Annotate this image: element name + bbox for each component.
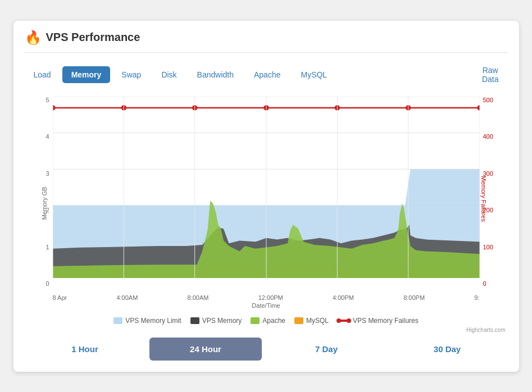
tab-memory[interactable]: Memory <box>62 66 111 83</box>
x-axis: 8 Apr 4:00AM 8:00AM 12:00PM 4:00PM 8:00P… <box>53 294 480 301</box>
legend-vps-memory: VPS Memory <box>190 317 242 325</box>
tab-apache[interactable]: Apache <box>245 66 289 83</box>
app-icon: 🔥 <box>25 30 40 45</box>
legend-vps-memory-limit: VPS Memory Limit <box>113 317 181 325</box>
btn-7day[interactable]: 7 Day <box>270 338 383 361</box>
tab-load[interactable]: Load <box>25 66 60 83</box>
legend-vps-memory-failures: VPS Memory Failures <box>338 317 419 325</box>
time-buttons: 1 Hour 24 Hour 7 Day 30 Day <box>25 338 508 361</box>
btn-30day[interactable]: 30 Day <box>391 338 503 361</box>
tab-disk[interactable]: Disk <box>152 66 185 83</box>
legend-apache: Apache <box>251 317 285 325</box>
y-axis-right-title: Memory Failures <box>480 176 487 222</box>
header: 🔥 VPS Performance <box>25 30 508 53</box>
highcharts-credit: Highcharts.com <box>25 327 506 333</box>
legend-mysql: MySQL <box>294 317 329 325</box>
y-axis-left-title: Memory GB <box>41 186 48 220</box>
chart-area: 5 4 3 2 1 0 Memory GB <box>25 97 508 310</box>
tab-rawdata[interactable]: RawData <box>473 62 508 88</box>
tab-bar: Load Memory Swap Disk Bandwidth Apache M… <box>25 62 508 88</box>
main-card: 🔥 VPS Performance Load Memory Swap Disk … <box>13 21 519 372</box>
legend: VPS Memory Limit VPS Memory Apache MySQL… <box>25 317 508 325</box>
tab-swap[interactable]: Swap <box>112 66 150 83</box>
legend-swatch-mysql <box>294 317 303 324</box>
tab-mysql[interactable]: MySQL <box>292 66 336 83</box>
legend-swatch-vps-memory-limit <box>113 317 122 324</box>
legend-swatch-vps-memory <box>190 317 199 324</box>
btn-1hour[interactable]: 1 Hour <box>29 338 141 361</box>
svg-point-11 <box>53 105 56 111</box>
btn-24hour[interactable]: 24 Hour <box>149 338 262 361</box>
chart-svg <box>53 97 480 278</box>
tab-bandwidth[interactable]: Bandwidth <box>188 66 243 83</box>
legend-swatch-apache <box>251 317 260 324</box>
legend-line-failures <box>338 320 350 322</box>
x-axis-title: Date/Time <box>252 302 280 309</box>
y-axis-left: 5 4 3 2 1 0 <box>25 97 53 288</box>
app-title: VPS Performance <box>46 31 140 44</box>
